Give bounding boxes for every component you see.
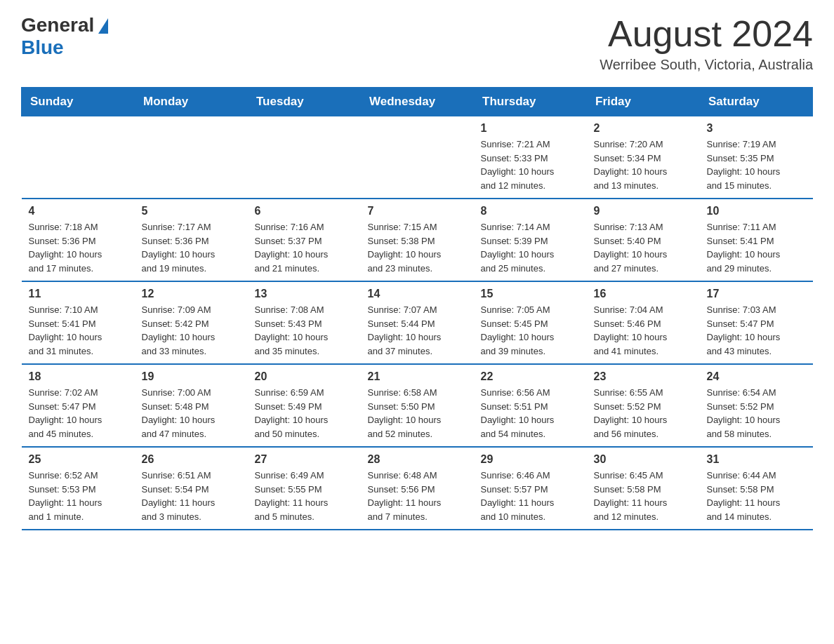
calendar-cell: 4Sunrise: 7:18 AM Sunset: 5:36 PM Daylig…	[22, 199, 135, 281]
weekday-header-tuesday: Tuesday	[248, 88, 361, 116]
calendar-header: SundayMondayTuesdayWednesdayThursdayFrid…	[22, 88, 813, 116]
day-number: 14	[368, 288, 467, 300]
calendar-cell: 8Sunrise: 7:14 AM Sunset: 5:39 PM Daylig…	[474, 199, 587, 281]
logo-general-text: General	[21, 14, 94, 36]
day-number: 25	[29, 453, 128, 466]
logo-blue-text: Blue	[21, 36, 64, 58]
weekday-header-sunday: Sunday	[22, 88, 135, 116]
day-number: 10	[707, 205, 806, 217]
calendar-week-row: 18Sunrise: 7:02 AM Sunset: 5:47 PM Dayli…	[22, 364, 813, 447]
day-number: 2	[594, 122, 693, 135]
calendar-cell: 9Sunrise: 7:13 AM Sunset: 5:40 PM Daylig…	[587, 199, 700, 281]
day-info: Sunrise: 7:11 AM Sunset: 5:41 PM Dayligh…	[707, 220, 806, 275]
day-number: 7	[368, 205, 467, 217]
day-number: 23	[594, 370, 693, 383]
day-info: Sunrise: 6:51 AM Sunset: 5:54 PM Dayligh…	[142, 469, 241, 523]
calendar-cell	[22, 116, 135, 199]
day-info: Sunrise: 6:56 AM Sunset: 5:51 PM Dayligh…	[481, 386, 580, 441]
day-info: Sunrise: 7:18 AM Sunset: 5:36 PM Dayligh…	[29, 220, 128, 275]
calendar-cell: 30Sunrise: 6:45 AM Sunset: 5:58 PM Dayli…	[587, 447, 700, 530]
calendar-cell: 19Sunrise: 7:00 AM Sunset: 5:48 PM Dayli…	[135, 364, 248, 447]
day-info: Sunrise: 7:07 AM Sunset: 5:44 PM Dayligh…	[368, 303, 467, 358]
day-info: Sunrise: 6:58 AM Sunset: 5:50 PM Dayligh…	[368, 386, 467, 441]
day-info: Sunrise: 7:00 AM Sunset: 5:48 PM Dayligh…	[142, 386, 241, 441]
day-number: 5	[142, 205, 241, 217]
day-info: Sunrise: 7:05 AM Sunset: 5:45 PM Dayligh…	[481, 303, 580, 358]
calendar-cell: 27Sunrise: 6:49 AM Sunset: 5:55 PM Dayli…	[248, 447, 361, 530]
day-info: Sunrise: 6:45 AM Sunset: 5:58 PM Dayligh…	[594, 469, 693, 523]
calendar-cell: 15Sunrise: 7:05 AM Sunset: 5:45 PM Dayli…	[474, 281, 587, 364]
calendar-cell: 5Sunrise: 7:17 AM Sunset: 5:36 PM Daylig…	[135, 199, 248, 281]
calendar-cell: 10Sunrise: 7:11 AM Sunset: 5:41 PM Dayli…	[700, 199, 813, 281]
day-number: 29	[481, 453, 580, 466]
day-number: 13	[255, 288, 354, 300]
day-number: 27	[255, 453, 354, 466]
calendar-cell: 22Sunrise: 6:56 AM Sunset: 5:51 PM Dayli…	[474, 364, 587, 447]
calendar-cell	[135, 116, 248, 199]
calendar-cell: 12Sunrise: 7:09 AM Sunset: 5:42 PM Dayli…	[135, 281, 248, 364]
weekday-header-saturday: Saturday	[700, 88, 813, 116]
day-number: 15	[481, 288, 580, 300]
day-info: Sunrise: 7:04 AM Sunset: 5:46 PM Dayligh…	[594, 303, 693, 358]
calendar-cell: 24Sunrise: 6:54 AM Sunset: 5:52 PM Dayli…	[700, 364, 813, 447]
day-number: 22	[481, 370, 580, 383]
day-number: 24	[707, 370, 806, 383]
day-number: 18	[29, 370, 128, 383]
header: General Blue August 2024 Werribee South,…	[21, 14, 813, 73]
title-area: August 2024 Werribee South, Victoria, Au…	[600, 14, 813, 73]
calendar-cell: 28Sunrise: 6:48 AM Sunset: 5:56 PM Dayli…	[361, 447, 474, 530]
month-title: August 2024	[600, 14, 813, 54]
day-info: Sunrise: 6:54 AM Sunset: 5:52 PM Dayligh…	[707, 386, 806, 441]
weekday-header-friday: Friday	[587, 88, 700, 116]
day-number: 17	[707, 288, 806, 300]
calendar-cell: 13Sunrise: 7:08 AM Sunset: 5:43 PM Dayli…	[248, 281, 361, 364]
day-info: Sunrise: 6:59 AM Sunset: 5:49 PM Dayligh…	[255, 386, 354, 441]
day-info: Sunrise: 6:49 AM Sunset: 5:55 PM Dayligh…	[255, 469, 354, 523]
day-number: 31	[707, 453, 806, 466]
day-info: Sunrise: 6:48 AM Sunset: 5:56 PM Dayligh…	[368, 469, 467, 523]
day-number: 19	[142, 370, 241, 383]
day-info: Sunrise: 7:21 AM Sunset: 5:33 PM Dayligh…	[481, 137, 580, 192]
day-info: Sunrise: 7:15 AM Sunset: 5:38 PM Dayligh…	[368, 220, 467, 275]
day-info: Sunrise: 7:19 AM Sunset: 5:35 PM Dayligh…	[707, 137, 806, 192]
location-subtitle: Werribee South, Victoria, Australia	[600, 57, 813, 73]
calendar-cell: 29Sunrise: 6:46 AM Sunset: 5:57 PM Dayli…	[474, 447, 587, 530]
calendar-cell: 16Sunrise: 7:04 AM Sunset: 5:46 PM Dayli…	[587, 281, 700, 364]
day-number: 4	[29, 205, 128, 217]
calendar-cell: 26Sunrise: 6:51 AM Sunset: 5:54 PM Dayli…	[135, 447, 248, 530]
calendar-week-row: 4Sunrise: 7:18 AM Sunset: 5:36 PM Daylig…	[22, 199, 813, 281]
day-info: Sunrise: 7:14 AM Sunset: 5:39 PM Dayligh…	[481, 220, 580, 275]
calendar-cell: 7Sunrise: 7:15 AM Sunset: 5:38 PM Daylig…	[361, 199, 474, 281]
calendar-cell: 21Sunrise: 6:58 AM Sunset: 5:50 PM Dayli…	[361, 364, 474, 447]
day-info: Sunrise: 7:03 AM Sunset: 5:47 PM Dayligh…	[707, 303, 806, 358]
calendar-cell: 3Sunrise: 7:19 AM Sunset: 5:35 PM Daylig…	[700, 116, 813, 199]
calendar-cell: 25Sunrise: 6:52 AM Sunset: 5:53 PM Dayli…	[22, 447, 135, 530]
day-info: Sunrise: 6:46 AM Sunset: 5:57 PM Dayligh…	[481, 469, 580, 523]
calendar-cell: 18Sunrise: 7:02 AM Sunset: 5:47 PM Dayli…	[22, 364, 135, 447]
day-info: Sunrise: 7:17 AM Sunset: 5:36 PM Dayligh…	[142, 220, 241, 275]
calendar-cell: 11Sunrise: 7:10 AM Sunset: 5:41 PM Dayli…	[22, 281, 135, 364]
logo-triangle-icon	[98, 18, 108, 34]
calendar-table: SundayMondayTuesdayWednesdayThursdayFrid…	[21, 87, 813, 530]
calendar-cell: 23Sunrise: 6:55 AM Sunset: 5:52 PM Dayli…	[587, 364, 700, 447]
day-number: 28	[368, 453, 467, 466]
weekday-header-row: SundayMondayTuesdayWednesdayThursdayFrid…	[22, 88, 813, 116]
calendar-body: 1Sunrise: 7:21 AM Sunset: 5:33 PM Daylig…	[22, 116, 813, 530]
day-info: Sunrise: 6:44 AM Sunset: 5:58 PM Dayligh…	[707, 469, 806, 523]
day-number: 1	[481, 122, 580, 135]
calendar-week-row: 11Sunrise: 7:10 AM Sunset: 5:41 PM Dayli…	[22, 281, 813, 364]
calendar-cell: 20Sunrise: 6:59 AM Sunset: 5:49 PM Dayli…	[248, 364, 361, 447]
day-number: 30	[594, 453, 693, 466]
calendar-cell: 14Sunrise: 7:07 AM Sunset: 5:44 PM Dayli…	[361, 281, 474, 364]
calendar-cell: 2Sunrise: 7:20 AM Sunset: 5:34 PM Daylig…	[587, 116, 700, 199]
day-info: Sunrise: 6:52 AM Sunset: 5:53 PM Dayligh…	[29, 469, 128, 523]
calendar-cell: 6Sunrise: 7:16 AM Sunset: 5:37 PM Daylig…	[248, 199, 361, 281]
day-number: 20	[255, 370, 354, 383]
calendar-cell: 17Sunrise: 7:03 AM Sunset: 5:47 PM Dayli…	[700, 281, 813, 364]
day-number: 9	[594, 205, 693, 217]
day-info: Sunrise: 7:10 AM Sunset: 5:41 PM Dayligh…	[29, 303, 128, 358]
day-info: Sunrise: 7:13 AM Sunset: 5:40 PM Dayligh…	[594, 220, 693, 275]
calendar-week-row: 25Sunrise: 6:52 AM Sunset: 5:53 PM Dayli…	[22, 447, 813, 530]
day-number: 8	[481, 205, 580, 217]
day-info: Sunrise: 6:55 AM Sunset: 5:52 PM Dayligh…	[594, 386, 693, 441]
